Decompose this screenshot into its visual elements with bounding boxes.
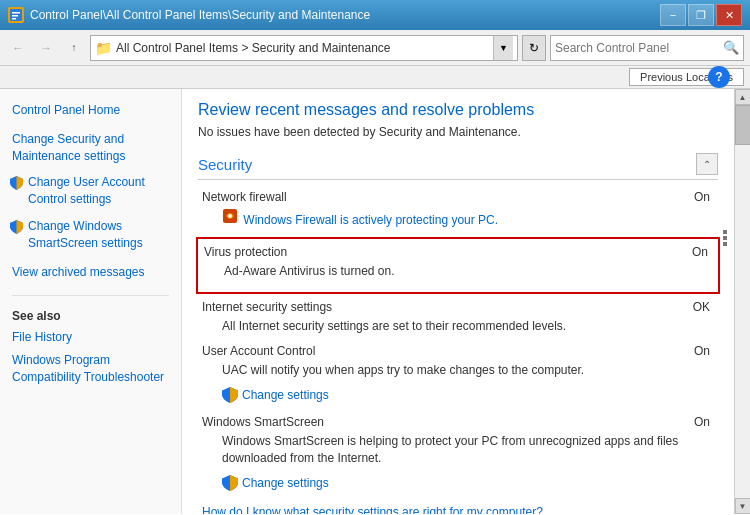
back-button[interactable]: ← — [6, 36, 30, 60]
sidebar-file-history-link[interactable]: File History — [0, 326, 181, 349]
app-icon — [8, 7, 24, 23]
security-title: Security — [198, 156, 252, 173]
uac-status: On — [694, 344, 710, 358]
shield-icon-4 — [222, 475, 238, 491]
no-issues-text: No issues have been detected by Security… — [198, 125, 718, 139]
shield-icon-2 — [8, 219, 24, 235]
uac-label: User Account Control — [198, 344, 315, 358]
virus-label: Virus protection — [200, 245, 287, 259]
virus-protection-item: Virus protection On Ad-Aware Antivirus i… — [196, 237, 720, 294]
virus-row: Virus protection On — [200, 243, 716, 261]
smartscreen-status: On — [694, 415, 710, 429]
sidebar-compat-link[interactable]: Windows Program Compatibility Troublesho… — [0, 349, 181, 389]
restore-button[interactable]: ❐ — [688, 4, 714, 26]
smartscreen-change-settings[interactable]: Change settings — [198, 475, 718, 491]
titlebar: Control Panel\All Control Panel Items\Se… — [0, 0, 750, 30]
firewall-row: Network firewall On — [198, 188, 718, 206]
main-layout: Control Panel Home Change Security and M… — [0, 89, 750, 514]
sidebar-change-security-link[interactable]: Change Security and Maintenance settings — [0, 128, 181, 168]
window-controls: − ❐ ✕ — [660, 4, 742, 26]
sidebar-uac-link[interactable]: Change User Account Control settings — [0, 171, 181, 211]
sidebar-archived-link[interactable]: View archived messages — [0, 261, 181, 284]
internet-security-row: Internet security settings OK — [198, 298, 718, 316]
collapse-button[interactable]: ⌃ — [696, 153, 718, 175]
bottom-link[interactable]: How do I know what security settings are… — [202, 505, 543, 514]
smartscreen-desc: Windows SmartScreen is helping to protec… — [198, 433, 718, 467]
svg-point-5 — [228, 214, 232, 218]
svg-rect-3 — [12, 18, 16, 20]
firewall-label: Network firewall — [198, 190, 287, 204]
refresh-button[interactable]: ↻ — [522, 35, 546, 61]
minimize-button[interactable]: − — [660, 4, 686, 26]
smartscreen-label: Windows SmartScreen — [198, 415, 324, 429]
sidebar-divider — [12, 295, 169, 296]
smartscreen-row: Windows SmartScreen On — [198, 413, 718, 431]
virus-status: On — [692, 245, 708, 259]
addressbar: ← → ↑ 📁 All Control Panel Items > Securi… — [0, 30, 750, 66]
firewall-icon — [222, 208, 240, 224]
virus-desc: Ad-Aware Antivirus is turned on. — [200, 263, 716, 280]
address-box[interactable]: 📁 All Control Panel Items > Security and… — [90, 35, 518, 61]
sidebar: Control Panel Home Change Security and M… — [0, 89, 182, 514]
shield-icon-3 — [222, 387, 238, 403]
sidebar-smartscreen-link[interactable]: Change Windows SmartScreen settings — [0, 215, 181, 255]
see-also-title: See also — [0, 306, 181, 326]
scroll-up-button[interactable]: ▲ — [735, 89, 751, 105]
svg-rect-1 — [12, 12, 20, 14]
network-firewall-item: Network firewall On Windows Firewall is … — [198, 188, 718, 229]
folder-icon: 📁 — [95, 40, 112, 56]
firewall-desc: Windows Firewall is actively protecting … — [198, 208, 718, 229]
scrollbar[interactable]: ▲ ▼ — [734, 89, 750, 514]
uac-change-settings[interactable]: Change settings — [198, 387, 718, 403]
address-path: All Control Panel Items > Security and M… — [116, 41, 493, 55]
svg-rect-2 — [12, 15, 18, 17]
smartscreen-item: Windows SmartScreen On Windows SmartScre… — [198, 413, 718, 491]
prev-locations-bar: Previous Locations — [0, 66, 750, 89]
shield-icon — [8, 175, 24, 191]
close-button[interactable]: ✕ — [716, 4, 742, 26]
forward-button[interactable]: → — [34, 36, 58, 60]
internet-security-label: Internet security settings — [198, 300, 332, 314]
search-box[interactable]: 🔍 — [550, 35, 744, 61]
search-input[interactable] — [555, 41, 723, 55]
scroll-down-button[interactable]: ▼ — [735, 498, 751, 514]
security-section-header: Security ⌃ — [198, 153, 718, 180]
help-button[interactable]: ? — [708, 66, 730, 88]
content-area: Review recent messages and resolve probl… — [182, 89, 734, 514]
internet-security-desc: All Internet security settings are set t… — [198, 318, 718, 335]
window-title: Control Panel\All Control Panel Items\Se… — [30, 8, 660, 22]
scroll-track[interactable] — [735, 105, 751, 498]
uac-row: User Account Control On — [198, 342, 718, 360]
address-dropdown[interactable]: ▼ — [493, 36, 513, 60]
internet-security-item: Internet security settings OK All Intern… — [198, 298, 718, 335]
page-title: Review recent messages and resolve probl… — [198, 101, 718, 119]
sidebar-main-section: Control Panel Home Change Security and M… — [0, 99, 181, 283]
uac-desc: UAC will notify you when apps try to mak… — [198, 362, 718, 379]
search-icon: 🔍 — [723, 40, 739, 55]
scroll-thumb[interactable] — [735, 105, 751, 145]
internet-security-status: OK — [693, 300, 710, 314]
firewall-status: On — [694, 190, 710, 204]
up-button[interactable]: ↑ — [62, 36, 86, 60]
uac-item: User Account Control On UAC will notify … — [198, 342, 718, 403]
sidebar-home-link[interactable]: Control Panel Home — [0, 99, 181, 122]
